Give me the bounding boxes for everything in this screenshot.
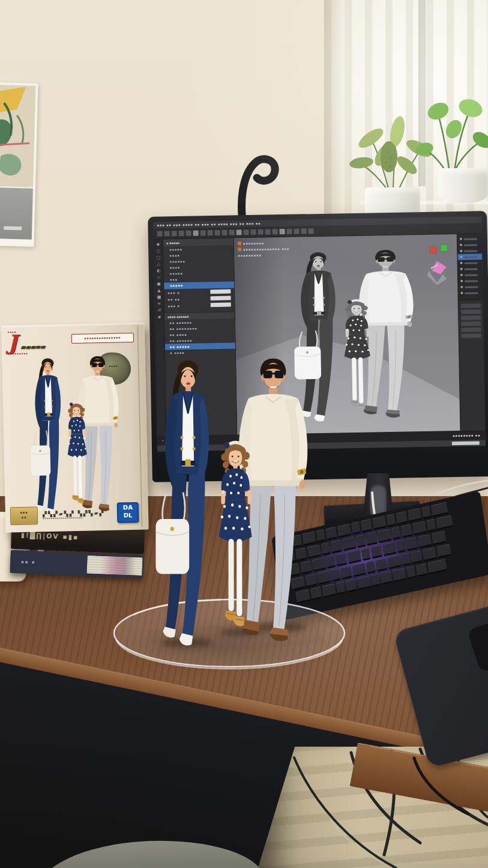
key (387, 554, 402, 569)
key (337, 523, 351, 538)
toolbar-icon (273, 229, 278, 234)
key (335, 553, 348, 567)
toolbar-icon (215, 230, 220, 235)
panel-icon (460, 256, 462, 258)
toolbar-icon (222, 230, 227, 235)
toolbar-icon (208, 230, 213, 235)
layer-label: ▪▪▪▪▪▪▪▪▪ (238, 253, 262, 258)
toolbar-icon (172, 231, 177, 236)
status-right-text: ▪▪▪▪▪▪▪▪ ▪▪ (453, 433, 481, 437)
panel-label (465, 262, 478, 264)
tool-icon: △ (157, 261, 160, 267)
panel-icon (460, 286, 463, 288)
key (375, 558, 388, 572)
key (411, 550, 423, 565)
key (317, 570, 331, 585)
toolbar-icon (258, 229, 264, 235)
key (430, 502, 448, 517)
panel-icon (460, 280, 463, 282)
key (330, 539, 343, 554)
book-bottom-spine-text: ▪▪ ▪ (21, 559, 36, 565)
plant-right-leaves (414, 93, 488, 180)
poster-art-shapes (0, 85, 35, 187)
key (415, 563, 428, 577)
toolbar-icon (280, 229, 285, 234)
field-input (211, 303, 231, 308)
poster-caption-label (4, 226, 22, 230)
timeline-segment (452, 441, 480, 445)
toolbar-icon (301, 228, 307, 234)
toolbar-icon (157, 231, 163, 237)
panel-field (461, 315, 481, 320)
key (360, 518, 373, 533)
panel-label (465, 280, 478, 282)
right-panel-rows (457, 234, 483, 296)
key (336, 581, 346, 595)
toolbar-icon (200, 230, 206, 235)
key (421, 506, 432, 520)
key (347, 550, 361, 565)
family-figurine (135, 354, 318, 650)
badge-line-2: ▪▪ (11, 514, 37, 520)
field-input (210, 290, 230, 294)
tool-icon: ≡ (157, 301, 161, 307)
panel-field (461, 303, 481, 308)
tool-icon: ◇ (157, 275, 161, 281)
key (417, 534, 432, 549)
poster-artwork (0, 85, 35, 187)
panel-label (465, 292, 478, 294)
tool-icon: ▲ (157, 288, 161, 294)
toolbar-icon (309, 228, 314, 234)
key (351, 521, 361, 535)
box-logo-initial: J (8, 330, 18, 354)
tool-icon: ● (157, 281, 160, 287)
key (372, 515, 387, 530)
curtain-shadow-edge (324, 0, 345, 237)
box-info-strip: ▪▪▪▪▪▪▪▪▪▪▪▪▪▪▪ (71, 333, 134, 344)
swatch-red (430, 247, 436, 253)
panel-icon (460, 292, 463, 294)
key (391, 526, 402, 540)
nav-gizmo-icon (424, 258, 449, 287)
plant-pot-right (438, 168, 488, 203)
key (340, 566, 353, 580)
tool-icon: ◐ (157, 268, 160, 274)
key (361, 547, 371, 561)
layer-icon (238, 247, 241, 251)
wall-poster (0, 82, 38, 247)
layers-panel-rows: ▪▪ ▪▪▪▪▪▪▪▪ ▪▪▪▪▪▪▪▪▪▪ ▪▪▪▪▪▪ ▪▪▪▪▪▪▪▪ ▪… (164, 318, 235, 356)
tool-icon: ◆ (157, 241, 160, 247)
key (345, 578, 358, 593)
panel-label (464, 256, 477, 258)
panel-label (464, 250, 477, 252)
panel-icon (460, 244, 462, 246)
key (326, 555, 336, 569)
field-label: ▪▪▪ ▪ (168, 303, 208, 308)
panel-label (465, 274, 478, 276)
figure-box: ▪▪▪▪ J ▰▰▰▰▰ ▪▪▪▪▪▪▪▪▪ ▪▪▪▪▪▪▪▪▪▪▪▪▪▪▪ ▪… (1, 323, 148, 533)
key (377, 529, 391, 544)
panel-icon (460, 250, 462, 252)
toolbar-icon (251, 229, 256, 235)
box-bottom-text: ▞▚▞▰▚▞ ▚▞▚▰▞ ▪▪▪▪▪▪▪▪▪▪▪▪▪▪▪▪▪▪▪▪ (43, 510, 115, 520)
key (407, 508, 421, 523)
panel-label (465, 286, 478, 288)
tool-icon: □ (156, 255, 160, 261)
tool-icon: ↺ (157, 308, 161, 314)
box-logo-name: ▰▰▰▰▰ (20, 342, 45, 351)
panel-field (461, 327, 481, 332)
swatch-green (441, 244, 447, 251)
key (392, 568, 406, 583)
key (366, 532, 378, 546)
key (405, 537, 418, 551)
key (370, 545, 383, 559)
right-panel-row (458, 290, 483, 296)
box-family-print (16, 353, 127, 518)
box-logo-topline: ▪▪▪▪ (8, 329, 75, 333)
key (371, 574, 381, 587)
key (400, 524, 413, 538)
panel-label (464, 244, 477, 246)
panel-icon (460, 268, 463, 270)
key (436, 515, 453, 530)
toolbar-icon (186, 231, 191, 236)
